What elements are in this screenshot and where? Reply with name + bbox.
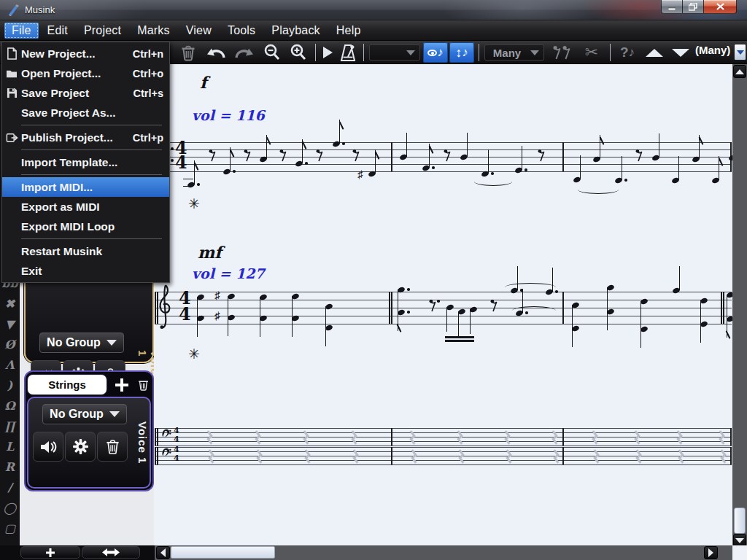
eighth-rest bbox=[209, 149, 216, 162]
menu-item-publish-project[interactable]: Publish Project...Ctrl+p bbox=[2, 128, 169, 147]
palette-symbol-2[interactable]: ▼ bbox=[5, 316, 14, 332]
palette-symbol-12[interactable]: ▢ bbox=[4, 521, 15, 536]
pedal-marking-icon: ✳ bbox=[188, 346, 200, 362]
menu-item-restart-musink[interactable]: Restart Musink bbox=[2, 241, 169, 261]
quarter-rest bbox=[456, 430, 463, 446]
file-menu: New Project...Ctrl+nOpen Project...Ctrl+… bbox=[1, 42, 170, 283]
zoom-out-button[interactable] bbox=[260, 42, 285, 63]
menubar-item-view[interactable]: View bbox=[179, 23, 219, 39]
play-button[interactable] bbox=[319, 42, 336, 63]
menu-item-save-project-as[interactable]: Save Project As... bbox=[2, 103, 169, 122]
move-down-button[interactable] bbox=[668, 42, 693, 63]
palette-symbol-4[interactable]: Λ bbox=[5, 357, 14, 373]
palette-symbol-6[interactable]: Ω bbox=[4, 398, 15, 413]
undo-button[interactable] bbox=[202, 42, 230, 63]
vertical-scroll-thumb[interactable] bbox=[734, 508, 746, 534]
menu-item-shortcut: Ctrl+n bbox=[133, 48, 163, 60]
palette-symbol-7[interactable]: ∏ bbox=[5, 419, 15, 434]
add-voice-button[interactable] bbox=[110, 374, 133, 395]
restore-button[interactable] bbox=[683, 0, 704, 14]
palette-symbol-1[interactable]: ✖ bbox=[5, 296, 15, 311]
redo-button[interactable] bbox=[231, 42, 258, 63]
menubar-item-marks[interactable]: Marks bbox=[130, 23, 177, 39]
menu-item-import-template[interactable]: Import Template... bbox=[2, 152, 169, 172]
menu-item-export-as-midi[interactable]: Export as MIDI bbox=[2, 197, 169, 217]
menubar-item-project[interactable]: Project bbox=[77, 23, 128, 39]
menubar-item-help[interactable]: Help bbox=[329, 23, 368, 39]
quarter-rest bbox=[409, 430, 416, 446]
eighth-rest bbox=[444, 149, 451, 162]
many-dropdown[interactable]: Many bbox=[484, 44, 544, 61]
eighth-rest bbox=[316, 149, 323, 162]
palette-symbol-11[interactable]: ◯ bbox=[4, 500, 17, 516]
title-bar[interactable]: Musink bbox=[0, 0, 747, 20]
menu-item-import-midi[interactable]: Import MIDI... bbox=[2, 177, 169, 197]
group-dropdown[interactable]: No Group bbox=[42, 404, 127, 424]
horizontal-scroll-thumb[interactable] bbox=[171, 546, 275, 559]
split-scissors-button[interactable]: ✂ bbox=[578, 42, 605, 63]
menubar-item-file[interactable]: File bbox=[4, 23, 39, 39]
palette-symbol-5[interactable]: ) bbox=[7, 378, 13, 393]
quarter-rest bbox=[592, 449, 600, 464]
move-up-button[interactable] bbox=[642, 42, 667, 63]
volume-annotation: vol = 127 bbox=[192, 265, 265, 281]
menubar-item-tools[interactable]: Tools bbox=[220, 23, 263, 39]
time-signature: 44 bbox=[174, 446, 179, 463]
menubar-item-playback[interactable]: Playback bbox=[264, 23, 328, 39]
menu-item-new-project[interactable]: New Project...Ctrl+n bbox=[2, 44, 169, 63]
quarter-rest bbox=[633, 430, 640, 446]
scrollbar-corner bbox=[732, 545, 747, 560]
quarter-rest bbox=[676, 430, 683, 446]
menu-item-export-midi-loop[interactable]: Export MIDI Loop bbox=[2, 217, 169, 236]
eighth-rest bbox=[244, 149, 251, 162]
track-name-field[interactable]: Strings bbox=[28, 375, 107, 394]
transpose-toggle[interactable]: ↕♪ bbox=[449, 42, 474, 63]
horizontal-stretch-button[interactable] bbox=[82, 546, 140, 559]
note-icon: ♪ bbox=[629, 45, 635, 60]
delete-track-button[interactable] bbox=[135, 376, 151, 394]
toolbar-separator bbox=[315, 44, 316, 61]
eighth-rest bbox=[538, 149, 545, 162]
menu-item-save-project[interactable]: Save ProjectCtrl+s bbox=[2, 83, 169, 103]
menu-item-label: Export as MIDI bbox=[21, 201, 163, 214]
selection-dropdown[interactable] bbox=[369, 44, 420, 61]
score-area[interactable]: 44fvol = 116♯✳44mfvol = 127♯♯✳4444 bbox=[154, 64, 732, 545]
chevron-down-icon bbox=[530, 50, 539, 55]
scroll-right-button[interactable] bbox=[704, 546, 718, 559]
horizontal-scrollbar[interactable] bbox=[155, 545, 732, 560]
menu-item-open-project[interactable]: Open Project...Ctrl+o bbox=[2, 63, 169, 83]
quarter-rest bbox=[635, 449, 642, 464]
menu-item-exit[interactable]: Exit bbox=[2, 261, 169, 281]
add-measure-button[interactable] bbox=[20, 546, 80, 559]
group-dropdown[interactable]: No Group bbox=[39, 332, 124, 353]
note-icon: ♪ bbox=[462, 45, 468, 60]
palette-symbol-8[interactable]: L bbox=[6, 439, 14, 454]
palette-symbol-3[interactable]: Ø bbox=[5, 337, 15, 352]
settings-button[interactable] bbox=[65, 432, 96, 462]
rests-button[interactable] bbox=[547, 42, 576, 63]
palette-symbol-9[interactable]: R bbox=[5, 459, 15, 475]
menubar-item-edit[interactable]: Edit bbox=[40, 23, 75, 39]
vertical-scrollbar[interactable] bbox=[732, 64, 747, 545]
palette-symbol-10[interactable]: / bbox=[8, 480, 12, 495]
quarter-rest bbox=[719, 449, 727, 464]
menu-item-label: Open Project... bbox=[21, 67, 133, 80]
quarter-rest bbox=[457, 449, 465, 464]
delete-button[interactable] bbox=[177, 42, 199, 63]
eye-icon bbox=[427, 50, 437, 56]
minimize-button[interactable] bbox=[661, 0, 683, 14]
toolbar-separator bbox=[610, 44, 611, 61]
metronome-button[interactable] bbox=[336, 42, 360, 63]
find-note-button[interactable]: ?♪ bbox=[616, 42, 639, 63]
close-button[interactable] bbox=[704, 0, 737, 14]
scroll-left-button[interactable] bbox=[156, 546, 170, 559]
zoom-in-button[interactable] bbox=[286, 42, 311, 63]
time-signature: 44 bbox=[174, 427, 179, 444]
scroll-up-button[interactable] bbox=[733, 65, 746, 78]
show-notation-toggle[interactable]: ♪ bbox=[423, 42, 448, 63]
menu-item-label: Save Project As... bbox=[21, 106, 163, 120]
volume-annotation: vol = 116 bbox=[192, 107, 265, 123]
delete-voice-button[interactable] bbox=[97, 432, 128, 462]
mute-button[interactable] bbox=[33, 432, 63, 462]
group-dropdown-button[interactable] bbox=[734, 44, 746, 61]
